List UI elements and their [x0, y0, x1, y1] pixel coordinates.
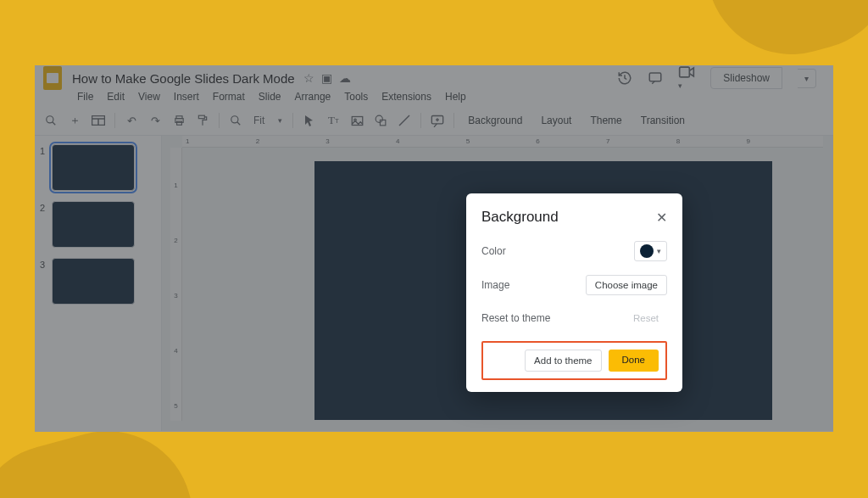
thumbnail-number: 2 [40, 201, 47, 213]
ruler-tick: 3 [174, 292, 177, 299]
reset-button[interactable]: Reset [625, 309, 667, 327]
workspace: 1 2 3 1 2 3 4 5 6 7 8 9 1 2 3 4 5 [35, 136, 833, 431]
new-slide-icon[interactable]: ＋ [65, 111, 84, 130]
background-dialog: Background ✕ Color ▾ Image Choose image … [466, 193, 682, 392]
layout-button[interactable]: Layout [534, 115, 578, 126]
slide-thumbnail-panel: 1 2 3 [35, 136, 162, 431]
menu-format[interactable]: Format [208, 89, 250, 104]
undo-icon[interactable]: ↶ [122, 111, 141, 130]
slides-logo-icon [42, 67, 64, 89]
svg-point-13 [231, 116, 238, 123]
menu-insert[interactable]: Insert [169, 89, 204, 104]
thumbnail-item[interactable]: 3 [40, 258, 153, 305]
dialog-footer-highlight: Add to theme Done [481, 341, 667, 380]
done-button[interactable]: Done [609, 350, 659, 372]
decorative-shape-top-right [705, 0, 868, 73]
reset-row-label: Reset to theme [481, 312, 550, 324]
menu-file[interactable]: File [72, 89, 98, 104]
theme-button[interactable]: Theme [583, 115, 628, 126]
thumbnail-preview[interactable] [52, 201, 135, 248]
comments-icon[interactable] [648, 70, 663, 86]
title-status-icons: ☆ ▣ ☁ [303, 71, 351, 85]
toolbar: ＋ ↶ ↷ Fit▾ TT Background Layout Theme Tr… [35, 108, 833, 136]
thumbnail-number: 1 [40, 144, 47, 156]
thumbnail-preview[interactable] [52, 258, 135, 305]
zoom-icon[interactable] [226, 111, 245, 130]
add-to-theme-button[interactable]: Add to theme [525, 350, 601, 372]
history-icon[interactable] [617, 70, 632, 86]
color-row-label: Color [481, 245, 506, 257]
horizontal-ruler: 1 2 3 4 5 6 7 8 9 [182, 136, 823, 148]
menu-help[interactable]: Help [440, 89, 471, 104]
menu-extensions[interactable]: Extensions [376, 89, 437, 104]
svg-line-14 [237, 122, 241, 126]
svg-line-19 [399, 115, 409, 126]
color-swatch-dot [640, 244, 654, 258]
star-icon[interactable]: ☆ [303, 71, 314, 85]
dialog-title: Background [481, 209, 559, 226]
header-right-controls: ▾ Slideshow▾ [617, 65, 816, 91]
layout-picker-icon[interactable] [89, 111, 108, 130]
vertical-ruler: 1 2 3 4 5 [170, 148, 182, 421]
shape-icon[interactable] [371, 111, 390, 130]
title-bar: How to Make Google Slides Dark Mode ☆ ▣ … [35, 65, 833, 87]
choose-image-button[interactable]: Choose image [586, 275, 667, 295]
line-icon[interactable] [395, 111, 414, 130]
redo-icon[interactable]: ↷ [146, 111, 164, 130]
thumbnail-number: 3 [40, 258, 47, 270]
present-camera-icon[interactable]: ▾ [678, 65, 695, 91]
transition-button[interactable]: Transition [634, 115, 692, 126]
paint-format-icon[interactable] [193, 111, 212, 130]
slideshow-button[interactable]: Slideshow [710, 67, 782, 89]
comment-add-icon[interactable] [428, 111, 447, 130]
svg-rect-1 [47, 73, 58, 83]
svg-rect-15 [352, 116, 363, 125]
menu-arrange[interactable]: Arrange [290, 89, 337, 104]
svg-rect-2 [650, 73, 662, 81]
thumbnail-item[interactable]: 2 [40, 201, 153, 248]
thumbnail-preview[interactable] [52, 144, 135, 191]
image-row-label: Image [481, 279, 509, 291]
svg-rect-3 [680, 67, 690, 77]
menu-edit[interactable]: Edit [102, 89, 130, 104]
select-tool-icon[interactable] [300, 111, 319, 130]
chevron-down-icon: ▾ [657, 247, 661, 255]
background-button[interactable]: Background [461, 115, 529, 126]
svg-line-5 [53, 122, 56, 126]
close-icon[interactable]: ✕ [656, 210, 667, 226]
slideshow-dropdown[interactable]: ▾ [798, 69, 816, 88]
print-icon[interactable] [170, 111, 188, 130]
textbox-icon[interactable]: TT [324, 111, 342, 130]
ruler-tick: 1 [174, 182, 177, 189]
zoom-fit-label: Fit [253, 115, 264, 126]
zoom-fit-dropdown[interactable]: Fit▾ [250, 115, 286, 126]
svg-point-17 [376, 115, 383, 122]
document-title[interactable]: How to Make Google Slides Dark Mode [72, 71, 295, 86]
ruler-tick: 4 [174, 347, 177, 355]
menu-view[interactable]: View [133, 89, 165, 104]
google-slides-window: How to Make Google Slides Dark Mode ☆ ▣ … [35, 65, 833, 432]
ruler-tick: 5 [174, 402, 177, 410]
cloud-saved-icon: ☁ [339, 71, 351, 85]
move-folder-icon[interactable]: ▣ [321, 71, 332, 85]
ruler-tick: 2 [174, 237, 177, 244]
thumbnail-item[interactable]: 1 [40, 144, 153, 191]
image-icon[interactable] [348, 111, 366, 130]
menu-tools[interactable]: Tools [339, 89, 373, 104]
search-icon[interactable] [42, 111, 60, 130]
svg-rect-12 [198, 115, 204, 119]
svg-point-4 [47, 116, 53, 123]
svg-rect-18 [381, 120, 386, 125]
color-picker-button[interactable]: ▾ [634, 241, 667, 261]
menu-slide[interactable]: Slide [253, 89, 287, 104]
